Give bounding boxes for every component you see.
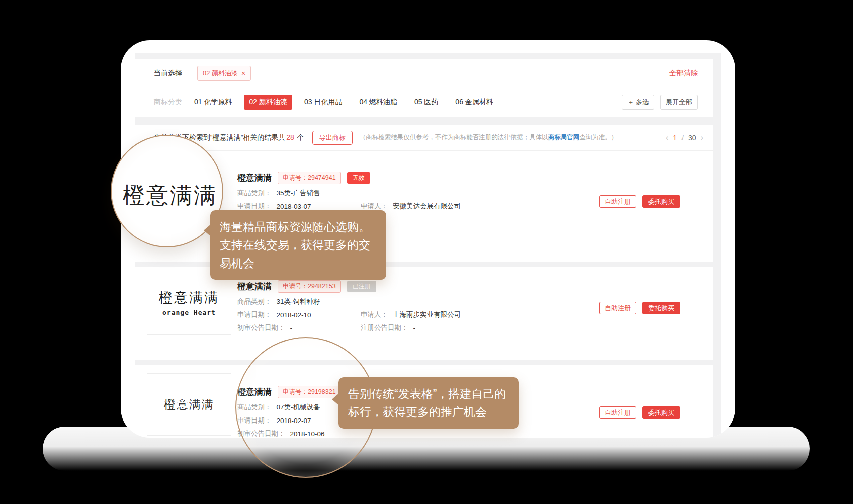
result-2-publication-line: 初审公告日期： - 注册公告日期： - xyxy=(237,321,600,334)
self-register-button[interactable]: 自助注册 xyxy=(599,195,636,208)
applicant-group: 申请人： 安徽美达会展有限公司 xyxy=(361,202,461,211)
applicant-label: 申请人： xyxy=(361,202,388,211)
clear-all-link[interactable]: 全部清除 xyxy=(669,69,698,78)
application-number-label: 申请号： xyxy=(283,174,308,181)
thumbnail-trademark-subtext: orange Heart xyxy=(162,309,216,316)
results-count: 28 xyxy=(286,133,294,141)
applicant-label: 申请人： xyxy=(361,310,388,319)
current-page: 1 xyxy=(673,134,677,142)
category-item-05[interactable]: 05 医药 xyxy=(414,98,438,107)
disclaimer-suffix: 查询为准。） xyxy=(579,134,617,141)
results-disclaimer: （商标检索结果仅供参考，不作为商标能否注册的法律依据；具体以商标局官网查询为准。… xyxy=(360,133,618,142)
trademark-thumbnail-3[interactable]: 橙意满满 xyxy=(147,373,231,436)
category-value: 31类-饲料种籽 xyxy=(277,297,320,306)
registration-publication-label: 注册公告日期： xyxy=(361,323,408,332)
tooltip-promotion: 告别传统“发表格”，搭建自己的标行，获得更多的推广机会 xyxy=(338,377,519,429)
category-value: 35类-广告销售 xyxy=(277,189,320,198)
total-pages: 30 xyxy=(688,134,696,142)
registration-publication-group: 注册公告日期： - xyxy=(361,323,415,332)
entrust-buy-button[interactable]: 委托购买 xyxy=(642,302,680,314)
apply-date-label: 申请日期： xyxy=(237,310,272,319)
category-item-04[interactable]: 04 燃料油脂 xyxy=(359,98,397,107)
filter-panel: 当前选择 02 颜料油漆 × 全部清除 商标分类 01 化学原料 02 颜料油漆… xyxy=(135,59,713,117)
prev-page-icon[interactable]: ‹ xyxy=(666,133,668,142)
result-1-details: 橙意满满 申请号：29474941 无效 商品类别： 35类-广告销售 申请日期… xyxy=(237,171,600,213)
result-2-category-line: 商品类别： 31类-饲料种籽 xyxy=(237,295,600,308)
thumbnail-trademark-text: 橙意满满 xyxy=(164,397,214,412)
self-register-button[interactable]: 自助注册 xyxy=(599,406,636,419)
first-publication-label: 初审公告日期： xyxy=(237,323,285,332)
registration-publication-value: - xyxy=(413,324,416,332)
expand-all-button[interactable]: 展开全部 xyxy=(660,95,698,110)
page: 当前选择 02 颜料油漆 × 全部清除 商标分类 01 化学原料 02 颜料油漆… xyxy=(0,0,853,504)
disclaimer-text: （商标检索结果仅供参考，不作为商标能否注册的法律依据；具体以 xyxy=(360,134,548,141)
self-register-button[interactable]: 自助注册 xyxy=(599,302,636,314)
entrust-buy-button[interactable]: 委托购买 xyxy=(642,195,680,208)
apply-date-value: 2018-02-10 xyxy=(277,311,311,319)
tag-close-icon[interactable]: × xyxy=(241,69,245,77)
trademark-name[interactable]: 橙意满满 xyxy=(237,281,272,292)
category-label: 商品类别： xyxy=(237,189,272,198)
trademark-name[interactable]: 橙意满满 xyxy=(237,172,272,184)
category-list: 01 化学原料 02 颜料油漆 03 日化用品 04 燃料油脂 05 医药 06… xyxy=(194,98,493,107)
multi-select-button[interactable]: ＋ 多选 xyxy=(622,95,654,110)
application-number-value: 29474941 xyxy=(308,174,336,181)
category-tools: ＋ 多选 展开全部 xyxy=(622,95,698,110)
current-selection-row: 当前选择 02 颜料油漆 × 全部清除 xyxy=(135,59,713,88)
apply-date-value: 2018-03-07 xyxy=(277,203,311,210)
status-badge-registered: 已注册 xyxy=(347,281,376,292)
applicant-group: 申请人： 上海雨步实业有限公司 xyxy=(361,310,461,319)
selected-filter-tag-label: 02 颜料油漆 xyxy=(203,69,238,78)
entrust-buy-button[interactable]: 委托购买 xyxy=(642,406,680,419)
page-divider: / xyxy=(681,134,684,142)
category-item-01[interactable]: 01 化学原料 xyxy=(194,98,232,107)
result-1-name-line: 橙意满满 申请号：29474941 无效 xyxy=(237,171,600,184)
result-2-name-line: 橙意满满 申请号：29482153 已注册 xyxy=(237,280,600,293)
selected-filter-tag[interactable]: 02 颜料油漆 × xyxy=(197,66,251,81)
tooltip-marketplace: 海量精品商标资源随心选购。支持在线交易，获得更多的交易机会 xyxy=(210,210,386,280)
result-row-2: 橙意满满 orange Heart 橙意满满 申请号：29482153 已注册 xyxy=(135,267,713,360)
status-badge-invalid: 无效 xyxy=(347,172,370,184)
result-2-details: 橙意满满 申请号：29482153 已注册 商品类别： 31类-饲料种籽 申请日… xyxy=(237,280,600,334)
magnified-trademark-text: 橙意满满 xyxy=(123,181,217,210)
results-header: 当前分类下检索到“橙意满满”相关的结果共28 个 导出商标 （商标检索结果仅供参… xyxy=(135,125,713,151)
result-1-actions: 自助注册 委托购买 xyxy=(599,195,680,208)
trademark-office-link[interactable]: 商标局官网 xyxy=(548,134,580,141)
application-number-pill: 申请号：29482153 xyxy=(278,280,341,293)
first-publication-value: - xyxy=(290,324,293,332)
next-page-icon[interactable]: › xyxy=(701,133,703,142)
category-item-02-active[interactable]: 02 颜料油漆 xyxy=(244,95,292,110)
export-trademarks-button[interactable]: 导出商标 xyxy=(312,131,353,145)
category-label: 商品类别： xyxy=(237,297,272,306)
result-1-category-line: 商品类别： 35类-广告销售 xyxy=(237,187,600,200)
current-selection-label: 当前选择 xyxy=(154,69,182,78)
application-number-value: 29482153 xyxy=(308,283,336,290)
category-item-06[interactable]: 06 金属材料 xyxy=(455,98,493,107)
results-count-unit: 个 xyxy=(297,133,304,141)
applicant-value: 上海雨步实业有限公司 xyxy=(393,310,461,319)
result-3-actions: 自助注册 委托购买 xyxy=(599,406,680,419)
result-2-actions: 自助注册 委托购买 xyxy=(599,302,680,314)
category-item-03[interactable]: 03 日化用品 xyxy=(304,98,342,107)
applicant-value: 安徽美达会展有限公司 xyxy=(393,202,461,211)
category-row: 商标分类 01 化学原料 02 颜料油漆 03 日化用品 04 燃料油脂 05 … xyxy=(135,88,713,116)
category-bar-label: 商标分类 xyxy=(154,98,182,107)
pagination: ‹ 1 / 30 › xyxy=(656,125,713,151)
result-2-date-line: 申请日期： 2018-02-10 申请人： 上海雨步实业有限公司 xyxy=(237,308,600,321)
thumbnail-trademark-text: 橙意满满 xyxy=(159,289,219,307)
apply-date-label: 申请日期： xyxy=(237,202,272,211)
application-number-pill: 申请号：29474941 xyxy=(278,172,341,184)
application-number-label: 申请号： xyxy=(283,283,308,290)
